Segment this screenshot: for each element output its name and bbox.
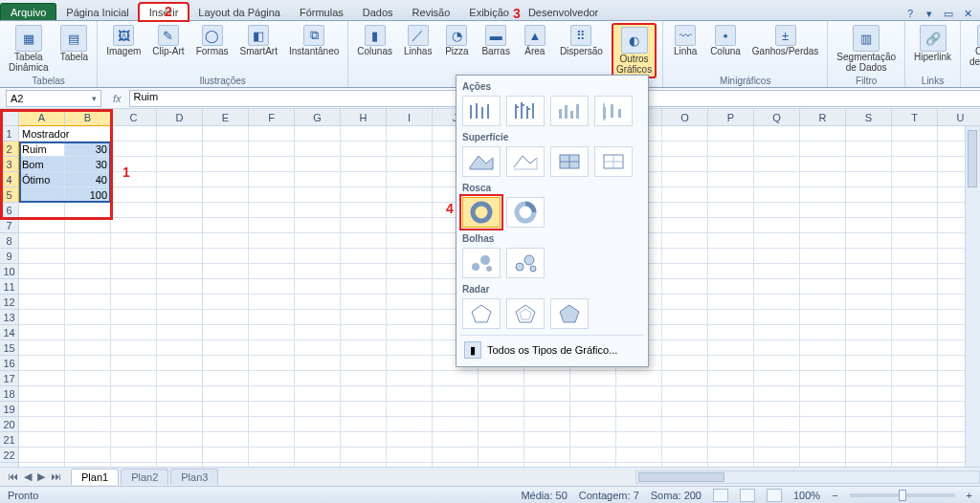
window-close-icon[interactable]: ✕: [961, 7, 974, 20]
cell[interactable]: [387, 264, 433, 279]
cell[interactable]: [616, 448, 662, 463]
cell[interactable]: [19, 295, 65, 310]
cell[interactable]: [892, 249, 938, 264]
cell[interactable]: [19, 187, 65, 203]
row-header[interactable]: 19: [0, 402, 19, 417]
chart-doughnut-1[interactable]: [462, 197, 501, 228]
tab-data[interactable]: Dados: [353, 4, 403, 20]
cell[interactable]: [846, 157, 892, 172]
cell[interactable]: [479, 448, 524, 463]
row-header[interactable]: 17: [0, 371, 19, 386]
cell[interactable]: [341, 432, 387, 448]
column-header[interactable]: E: [203, 109, 249, 126]
view-pagebreak-button[interactable]: [767, 489, 782, 502]
cell[interactable]: [800, 356, 846, 371]
column-header[interactable]: T: [892, 109, 938, 126]
cell[interactable]: [19, 371, 65, 386]
cell[interactable]: [708, 295, 754, 310]
row-header[interactable]: 12: [0, 295, 19, 310]
cell[interactable]: [341, 142, 387, 157]
cell[interactable]: [524, 432, 570, 448]
cell[interactable]: [341, 402, 387, 417]
cell[interactable]: [157, 279, 203, 295]
cell[interactable]: [157, 448, 203, 463]
cell[interactable]: [846, 432, 892, 448]
cell[interactable]: [892, 203, 938, 218]
tab-developer[interactable]: Desenvolvedor: [519, 4, 608, 20]
cell[interactable]: [754, 249, 800, 264]
cell[interactable]: [111, 142, 157, 157]
cell[interactable]: [157, 386, 203, 402]
cell[interactable]: [708, 386, 754, 402]
cell[interactable]: [157, 264, 203, 279]
cell[interactable]: [387, 432, 433, 448]
cell[interactable]: [295, 310, 341, 325]
cell[interactable]: [341, 295, 387, 310]
cell[interactable]: [616, 417, 662, 432]
cell[interactable]: [111, 218, 157, 233]
cell[interactable]: [662, 142, 708, 157]
cell[interactable]: [800, 233, 846, 249]
cell[interactable]: [800, 126, 846, 142]
cell[interactable]: [387, 386, 433, 402]
cell[interactable]: [846, 417, 892, 432]
cell[interactable]: [341, 371, 387, 386]
picture-button[interactable]: 🖼Imagem: [103, 23, 144, 59]
cell[interactable]: [616, 386, 662, 402]
cell[interactable]: [387, 340, 433, 356]
cell[interactable]: [846, 279, 892, 295]
cell[interactable]: [65, 126, 111, 142]
cell[interactable]: [387, 279, 433, 295]
cell[interactable]: [570, 432, 616, 448]
chevron-down-icon[interactable]: ▾: [92, 94, 97, 103]
cell[interactable]: [708, 172, 754, 187]
cell[interactable]: [65, 371, 111, 386]
cell[interactable]: [65, 448, 111, 463]
cell[interactable]: [249, 325, 295, 340]
cell[interactable]: [19, 310, 65, 325]
cell[interactable]: [754, 356, 800, 371]
cell[interactable]: 30: [65, 142, 111, 157]
cell[interactable]: [111, 157, 157, 172]
cell[interactable]: [570, 402, 616, 417]
cell[interactable]: [249, 402, 295, 417]
cell[interactable]: [65, 417, 111, 432]
tab-view[interactable]: Exibição: [459, 4, 519, 20]
chart-other-button[interactable]: ◐OutrosGráficos: [612, 23, 657, 78]
sheet-nav-first[interactable]: ⏮: [6, 470, 20, 483]
cell[interactable]: [846, 340, 892, 356]
cell[interactable]: [157, 402, 203, 417]
cell[interactable]: [65, 356, 111, 371]
cell[interactable]: [111, 279, 157, 295]
tab-home[interactable]: Página Inicial: [56, 4, 138, 20]
cell[interactable]: [754, 187, 800, 203]
cell[interactable]: [341, 279, 387, 295]
cell[interactable]: [662, 448, 708, 463]
cell[interactable]: [249, 432, 295, 448]
cell[interactable]: [754, 172, 800, 187]
row-header[interactable]: 18: [0, 386, 19, 402]
cell[interactable]: [708, 371, 754, 386]
cell[interactable]: [19, 356, 65, 371]
cell[interactable]: [295, 218, 341, 233]
cell[interactable]: [157, 310, 203, 325]
cell[interactable]: [387, 325, 433, 340]
cell[interactable]: [754, 432, 800, 448]
column-header[interactable]: S: [846, 109, 892, 126]
cell[interactable]: [708, 264, 754, 279]
cell[interactable]: [295, 448, 341, 463]
cell[interactable]: [800, 218, 846, 233]
cell[interactable]: [295, 325, 341, 340]
cell[interactable]: [846, 203, 892, 218]
chart-doughnut-2[interactable]: [506, 197, 545, 228]
column-header[interactable]: R: [800, 109, 846, 126]
cell[interactable]: [846, 249, 892, 264]
cell[interactable]: [157, 295, 203, 310]
cell[interactable]: [203, 187, 249, 203]
cell[interactable]: [892, 279, 938, 295]
cell[interactable]: [800, 203, 846, 218]
cell[interactable]: [65, 279, 111, 295]
row-header[interactable]: 4: [0, 172, 19, 187]
cell[interactable]: [846, 142, 892, 157]
column-header[interactable]: B: [65, 109, 111, 126]
